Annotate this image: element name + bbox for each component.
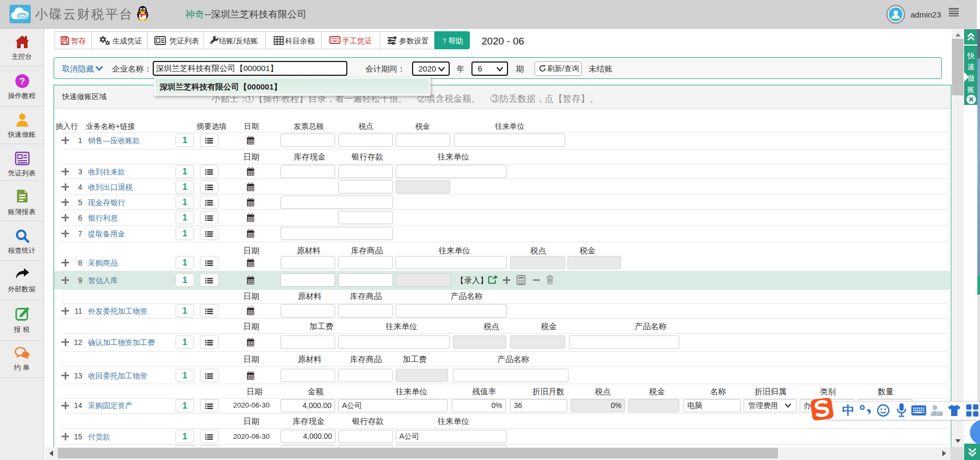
svg-text:?: ?: [20, 76, 25, 86]
svg-text:15: 15: [938, 412, 942, 417]
